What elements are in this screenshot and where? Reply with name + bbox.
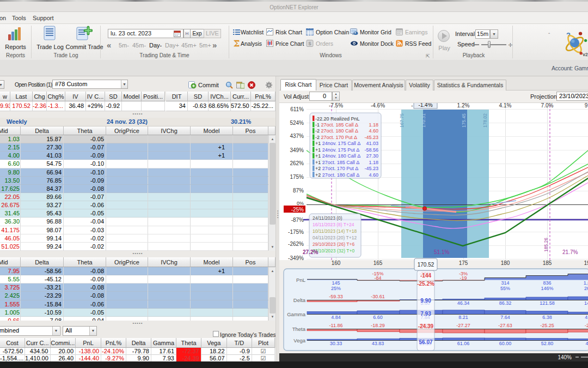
svg-text:PnL: PnL [296, 277, 305, 283]
svg-text:165: 165 [373, 260, 383, 266]
svg-text:-19: -19 [460, 275, 467, 281]
svg-text:121.58: 121.58 [540, 300, 555, 306]
svg-text:04/11/2023 (20) T+12: 04/11/2023 (20) T+12 [313, 235, 357, 240]
svg-text:4: 4 [585, 341, 588, 346]
svg-text:160: 160 [332, 260, 341, 266]
svg-text:185.26: 185.26 [543, 238, 549, 252]
svg-text:-175%: -175% [288, 229, 304, 235]
svg-text:1.18: 1.18 [369, 122, 378, 128]
svg-text:51.1%: 51.1% [434, 249, 449, 255]
svg-text:-84: -84 [374, 275, 381, 281]
svg-text:8.21: 8.21 [458, 315, 468, 320]
svg-text:140%: 140% [558, 354, 572, 360]
svg-text:262%: 262% [290, 160, 304, 166]
svg-text:21.7%: 21.7% [562, 249, 578, 255]
svg-text:-45.23: -45.23 [364, 135, 378, 140]
svg-text:-1.4%: -1.4% [418, 103, 432, 108]
svg-text:-11.86: -11.86 [329, 323, 343, 328]
svg-text:167.75: 167.75 [399, 113, 405, 128]
svg-text:-30.61: -30.61 [371, 294, 385, 299]
svg-text:-24.39: -24.39 [418, 323, 434, 329]
svg-text:60.00: 60.00 [499, 341, 512, 346]
svg-text:30.33: 30.33 [330, 341, 342, 346]
svg-text:-45.23: -45.23 [364, 166, 378, 171]
svg-text:4.84: 4.84 [331, 315, 341, 320]
svg-text:-25%: -25% [291, 207, 304, 213]
svg-text:178.02: 178.02 [482, 113, 488, 128]
svg-text:-2 27oct. 170 Put Δ: -2 27oct. 170 Put Δ [315, 135, 357, 140]
svg-text:19: 19 [584, 260, 588, 266]
svg-text:56.07: 56.07 [419, 339, 432, 345]
svg-text:1.2%: 1.2% [457, 103, 470, 108]
svg-text:41.03: 41.03 [366, 141, 378, 146]
svg-text:9.: 9. [585, 103, 588, 108]
svg-text:16/11/2023 (8) T+24: 16/11/2023 (8) T+24 [313, 222, 354, 227]
svg-text:349%: 349% [290, 147, 304, 153]
svg-text:+1 27oct. 185 Call Δ: +1 27oct. 185 Call Δ [315, 160, 359, 165]
svg-text:29/10/2023 (26) T+6: 29/10/2023 (26) T+6 [313, 242, 354, 247]
svg-text:+1 24nov. 175 Put Δ: +1 24nov. 175 Put Δ [315, 147, 359, 153]
svg-text:27.30: 27.30 [366, 153, 378, 159]
svg-text:-7.5%: -7.5% [329, 103, 343, 108]
svg-text:146%: 146% [541, 286, 553, 291]
svg-text:+2 27oct. 180 Call Δ: +2 27oct. 180 Call Δ [315, 172, 359, 178]
svg-text:-27.63: -27.63 [498, 323, 512, 328]
svg-text:170.52: 170.52 [418, 262, 434, 268]
svg-text:55%: 55% [500, 286, 510, 291]
svg-text:Vega: Vega [293, 337, 305, 343]
svg-text:185: 185 [543, 260, 552, 266]
svg-text:314: 314 [501, 280, 509, 286]
svg-text:4.60: 4.60 [369, 172, 378, 178]
svg-text:175: 175 [459, 260, 468, 266]
svg-text:+2 27oct. 170 Put Δ: +2 27oct. 170 Put Δ [315, 166, 358, 171]
svg-text:23/10/2023 (32) T+0: 23/10/2023 (32) T+0 [313, 248, 354, 254]
svg-text:-25.2%: -25.2% [417, 281, 434, 287]
svg-text:43.83: 43.83 [372, 341, 384, 346]
svg-text:1.18: 1.18 [369, 160, 378, 165]
svg-text:-18.29: -18.29 [371, 323, 385, 328]
svg-text:v2.: v2. [583, 52, 588, 57]
svg-text:87%: 87% [293, 188, 304, 194]
svg-text:-59.33: -59.33 [329, 294, 343, 299]
svg-text:46.34: 46.34 [457, 300, 470, 306]
svg-text:-22.20 Realized PnL: -22.20 Realized PnL [315, 116, 360, 122]
svg-text:-262%: -262% [288, 241, 304, 247]
svg-text:10/11/2023 (14) T+18: 10/11/2023 (14) T+18 [313, 228, 357, 234]
svg-text:-2 27oct. 180 Call Δ: -2 27oct. 180 Call Δ [315, 128, 358, 134]
svg-text:7.93: 7.93 [420, 311, 431, 317]
svg-text:26: 26 [584, 286, 588, 291]
svg-text:180: 180 [501, 260, 510, 266]
svg-text:9.90: 9.90 [420, 298, 431, 304]
svg-text:4.60: 4.60 [369, 128, 378, 134]
svg-text:836: 836 [543, 280, 551, 286]
svg-text:7.64: 7.64 [500, 315, 510, 320]
svg-text:86.32: 86.32 [499, 300, 512, 306]
svg-text:+1 24nov. 180 Call Δ: +1 24nov. 180 Call Δ [315, 153, 360, 159]
svg-text:4.: 4. [585, 315, 588, 320]
svg-text:Gamma: Gamma [287, 311, 306, 317]
svg-text:Delta: Delta [293, 297, 306, 303]
svg-text:1,6: 1,6 [584, 280, 588, 286]
svg-text:170.31: 170.31 [421, 113, 426, 128]
svg-text:4.1%: 4.1% [499, 103, 512, 108]
svg-text:175%: 175% [290, 174, 304, 180]
svg-text:Theta: Theta [292, 326, 306, 332]
svg-text:$: $ [308, 41, 311, 46]
svg-text:-27.27: -27.27 [456, 323, 470, 328]
svg-text:-25.25: -25.25 [540, 323, 554, 328]
svg-text:6.38: 6.38 [542, 315, 552, 320]
svg-text:7.0%: 7.0% [541, 103, 554, 108]
svg-text:24/11/2023 (0): 24/11/2023 (0) [313, 215, 342, 221]
svg-text:0%: 0% [297, 201, 304, 206]
svg-text:52.80: 52.80 [541, 341, 554, 346]
svg-text:-2: -2 [585, 323, 588, 328]
svg-text:6.60: 6.60 [373, 315, 383, 320]
svg-text:437%: 437% [290, 133, 304, 139]
svg-text:-144: -144 [420, 273, 431, 279]
svg-text:25%: 25% [331, 286, 341, 291]
svg-text:-: - [411, 103, 413, 108]
svg-text:-58.56: -58.56 [364, 147, 378, 153]
svg-text:145: 145 [332, 280, 340, 286]
svg-text:524%: 524% [290, 120, 304, 126]
svg-text:175.45: 175.45 [461, 113, 467, 128]
